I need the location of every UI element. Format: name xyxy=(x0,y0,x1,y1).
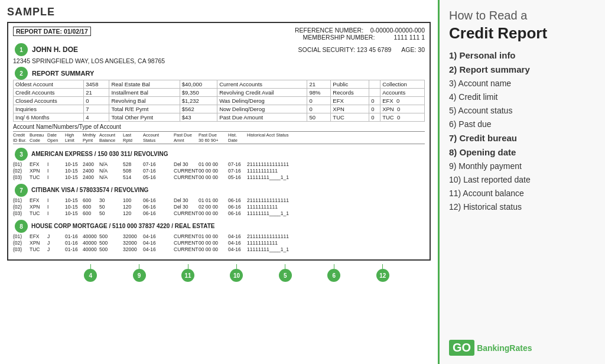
summary-table: Oldest Account 3458 Real Estate Bal $40,… xyxy=(13,80,425,122)
house-row-2: (02)XPNJ01-16400005003200004-16CURRENT00… xyxy=(13,240,425,246)
circle-2: 2 xyxy=(15,67,28,80)
indicator-12: 12 xyxy=(375,264,391,282)
account-section-header: Account Name/Numbers/Type of Account xyxy=(13,124,425,130)
logo-area: GO BankingRates xyxy=(449,340,596,356)
summary-row-1: Oldest Account 3458 Real Estate Bal $40,… xyxy=(14,80,425,89)
indicator-4: 4 xyxy=(82,264,99,282)
sidebar-title-bold: Credit Report xyxy=(449,25,596,42)
sidebar-item-10: 10) Last reported date xyxy=(449,174,596,186)
amex-row-3: (03)TUCI10-152400N/A51405-16CURRENT00 00… xyxy=(13,174,425,180)
account-amex: 3 AMERICAN EXPRESS / 150 030 311/ REVOLV… xyxy=(13,148,425,180)
citi-row-3: (03)TUCI10-156005012006-16CURRENT00 00 0… xyxy=(13,210,425,216)
report-summary-header: 2 REPORT SUMMARY xyxy=(13,67,425,80)
sidebar-list: 1) Personal info 2) Report summary 3) Ac… xyxy=(449,49,596,213)
report-box: REPORT DATE: 01/02/17 REFERENCE NUMBER: … xyxy=(7,22,431,261)
citi-row-2: (02)XPNI10-156005012006-16Del 3002 00 00… xyxy=(13,204,425,210)
logo-go: GO xyxy=(449,340,474,356)
report-header: REPORT DATE: 01/02/17 REFERENCE NUMBER: … xyxy=(13,27,425,41)
indicator-5: 5 xyxy=(277,264,294,282)
indicator-10: 10 xyxy=(228,264,245,282)
left-panel: SAMPLE REPORT DATE: 01/02/17 REFERENCE N… xyxy=(0,0,440,364)
indicator-6: 6 xyxy=(326,264,342,282)
citi-row-1: (01)EFXI10-156003010006-16Del 3001 01 00… xyxy=(13,197,425,203)
sidebar-item-4: 4) Credit limit xyxy=(449,91,596,103)
indicator-11: 11 xyxy=(180,264,196,282)
amex-name: AMERICAN EXPRESS / 150 030 311/ REVOLVIN… xyxy=(31,151,168,157)
sidebar-item-9: 9) Monthly payment xyxy=(449,160,596,172)
sidebar-item-7: 7) Credit bureau xyxy=(449,132,596,144)
col-headers: CreditID Bur. BureauCode DateOpen HighLi… xyxy=(13,131,425,144)
account-house: 8 HOUSE CORP MORTGAGE / 5110 000 37837 4… xyxy=(13,220,425,252)
summary-label: REPORT SUMMARY xyxy=(32,70,94,77)
sidebar-item-11: 11) Account balance xyxy=(449,187,596,199)
report-date: REPORT DATE: 01/02/17 xyxy=(13,27,91,36)
right-panel: How to Read a Credit Report 1) Personal … xyxy=(440,0,605,364)
address-line: 12345 SPRINGFIELD WAY, LOS ANGELES, CA 9… xyxy=(13,57,425,64)
sidebar-item-8: 8) Opening date xyxy=(449,146,596,158)
sidebar-item-1: 1) Personal info xyxy=(449,49,596,61)
bottom-indicators: 4 9 11 10 5 6 12 xyxy=(7,264,431,282)
logo-text: BankingRates xyxy=(477,343,532,353)
person-name: JOHN H. DOE xyxy=(32,46,78,54)
sidebar-item-3: 3) Account name xyxy=(449,77,596,89)
sidebar-title-light: How to Read a xyxy=(449,8,596,22)
indicator-9: 9 xyxy=(131,264,148,282)
amex-row-1: (01)EFXI10-152400N/A52807-16Del 3001 00 … xyxy=(13,161,425,167)
amex-row-2: (02)XPNI10-152400N/A50807-16CURRENT00 00… xyxy=(13,168,425,174)
citi-name: CITIBANK VISA / 578033574 / REVOLVING xyxy=(31,187,148,193)
circle-3: 3 xyxy=(15,148,28,161)
house-row-1: (01)EFXJ01-16400005003200004-16CURRENT01… xyxy=(13,233,425,239)
house-name: HOUSE CORP MORTGAGE / 5110 000 37837 422… xyxy=(31,223,215,229)
summary-row-4: Inquiries 7 Total R/E Pymt $562 Now Deli… xyxy=(14,105,425,113)
account-citi: 7 CITIBANK VISA / 578033574 / REVOLVING … xyxy=(13,184,425,216)
circle-8: 8 xyxy=(15,220,28,233)
report-date-block: REPORT DATE: 01/02/17 xyxy=(13,27,91,41)
summary-row-5: Inq/ 6 Months 4 Total Other Pymt $43 Pas… xyxy=(14,113,425,122)
report-reference-block: REFERENCE NUMBER: 0-00000-00000-000 MEMB… xyxy=(295,27,425,41)
summary-row-2: Credit Accounts 21 Installment Bal $9,35… xyxy=(14,89,425,97)
circle-1: 1 xyxy=(15,43,28,56)
sidebar-item-5: 5) Account status xyxy=(449,105,596,116)
sidebar-item-2: 2) Report summary xyxy=(449,63,596,76)
summary-row-3: Closed Accounts 0 Revolving Bal $1,232 W… xyxy=(14,97,425,105)
sidebar-item-6: 6) Past due xyxy=(449,118,596,130)
sample-label: SAMPLE xyxy=(7,6,431,18)
circle-7: 7 xyxy=(15,184,28,197)
sidebar-item-12: 12) Historical status xyxy=(449,201,596,213)
house-row-3: (03)TUCJ01-16400005003200004-16CURRENT00… xyxy=(13,246,425,252)
name-row: 1 JOHN H. DOE SOCIAL SECURITY: 123 45 67… xyxy=(13,43,425,56)
